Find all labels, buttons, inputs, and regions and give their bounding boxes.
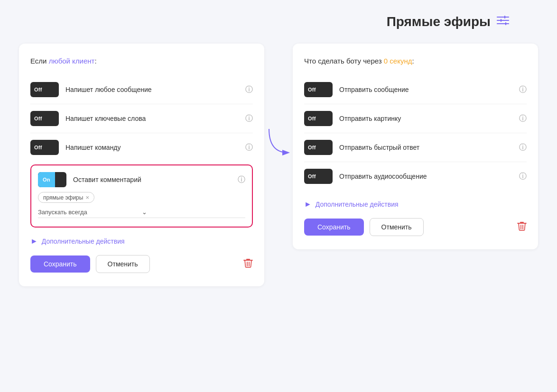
left-row-2: Off Напишет ключевые слова ⓘ	[30, 104, 253, 133]
toggle-right-1[interactable]: Off	[304, 82, 333, 97]
left-row-3: Off Напишет команду ⓘ	[30, 133, 253, 162]
right-rows-container: Off Отправить сообщение ⓘ Off Отправить …	[304, 75, 527, 191]
dropdown-label: Запускать всегда	[38, 209, 142, 216]
arrow-svg	[264, 124, 293, 162]
help-icon-right-3[interactable]: ⓘ	[519, 143, 527, 153]
help-icon-right-2[interactable]: ⓘ	[519, 114, 527, 124]
right-row-4-label: Отправить аудиосообщение	[339, 173, 512, 180]
toggle-right-2-off[interactable]: Off	[304, 111, 320, 126]
right-row-2-label: Отправить картинку	[339, 115, 512, 122]
left-row-4-inner: On Оставит комментарий ⓘ	[38, 172, 245, 187]
left-row-4-label: Оставит комментарий	[73, 176, 231, 183]
toggle-right-2[interactable]: Off	[304, 111, 333, 126]
toggle-left-4-on[interactable]: On	[38, 172, 55, 187]
tag-row: прямые эфиры ×	[38, 192, 245, 203]
left-delete-button[interactable]	[243, 258, 253, 271]
left-row-1-label: Напишет любое сообщение	[65, 86, 239, 93]
help-icon-left-4[interactable]: ⓘ	[238, 175, 245, 185]
left-row-2-label: Напишет ключевые слова	[65, 115, 239, 122]
tag-live: прямые эфиры ×	[38, 192, 94, 203]
page-title: Прямые эфиры	[387, 14, 491, 29]
right-row-1: Off Отправить сообщение ⓘ	[304, 75, 527, 104]
left-row-3-label: Напишет команду	[65, 144, 239, 151]
right-additional-label: Дополнительные действия	[316, 201, 399, 208]
right-cancel-button[interactable]: Отменить	[370, 218, 424, 236]
left-row-1: Off Напишет любое сообщение ⓘ	[30, 75, 253, 104]
right-save-button[interactable]: Сохранить	[304, 219, 364, 236]
toggle-left-3[interactable]: Off	[30, 140, 59, 155]
tag-remove-button[interactable]: ×	[85, 194, 89, 201]
help-icon-left-1[interactable]: ⓘ	[245, 85, 253, 95]
help-icon-right-1[interactable]: ⓘ	[519, 85, 527, 95]
help-icon-left-2[interactable]: ⓘ	[245, 114, 253, 124]
right-row-4: Off Отправить аудиосообщение ⓘ	[304, 162, 527, 191]
left-additional-actions[interactable]: ► Дополнительные действия	[30, 237, 253, 246]
left-cancel-button[interactable]: Отменить	[96, 255, 150, 273]
dropdown-always[interactable]: Запускать всегда ⌄	[38, 209, 245, 218]
right-additional-actions[interactable]: ► Дополнительные действия	[304, 200, 527, 209]
toggle-right-1-off[interactable]: Off	[304, 82, 320, 97]
left-panel-label: Если любой клиент:	[30, 57, 253, 65]
chevron-right-icon-2: ►	[304, 200, 312, 209]
right-row-2: Off Отправить картинку ⓘ	[304, 104, 527, 133]
right-row-3-label: Отправить быстрый ответ	[339, 144, 512, 151]
toggle-left-1-off[interactable]: Off	[30, 82, 46, 97]
help-icon-left-3[interactable]: ⓘ	[245, 143, 253, 153]
toggle-right-4[interactable]: Off	[304, 169, 333, 184]
toggle-right-4-off[interactable]: Off	[304, 169, 320, 184]
help-icon-right-4[interactable]: ⓘ	[519, 172, 527, 182]
toggle-left-2[interactable]: Off	[30, 111, 59, 126]
left-row-4-highlighted: On Оставит комментарий ⓘ прямые эфиры × …	[30, 164, 253, 228]
tag-label: прямые эфиры	[43, 194, 83, 201]
right-delete-button[interactable]	[517, 221, 527, 234]
left-additional-label: Дополнительные действия	[42, 237, 125, 245]
toggle-left-2-off[interactable]: Off	[30, 111, 46, 126]
right-row-3: Off Отправить быстрый ответ ⓘ	[304, 133, 527, 162]
page-header: Прямые эфиры	[19, 14, 538, 29]
left-rows-container: Off Напишет любое сообщение ⓘ Off Напише…	[30, 75, 253, 162]
right-row-1-label: Отправить сообщение	[339, 86, 512, 93]
dropdown-arrow-icon: ⌄	[142, 209, 246, 216]
filter-icon[interactable]	[496, 15, 510, 28]
toggle-left-3-off[interactable]: Off	[30, 140, 46, 155]
left-panel: Если любой клиент: Off Напишет любое соо…	[19, 44, 264, 286]
toggle-right-3[interactable]: Off	[304, 140, 333, 155]
toggle-left-4-off-inactive[interactable]	[55, 172, 63, 187]
right-button-row: Сохранить Отменить	[304, 218, 527, 236]
toggle-left-1[interactable]: Off	[30, 82, 59, 97]
toggle-right-3-off[interactable]: Off	[304, 140, 320, 155]
right-panel: Что сделать боту через 0 секунд: Off Отп…	[293, 44, 538, 249]
chevron-right-icon: ►	[30, 237, 38, 246]
left-save-button[interactable]: Сохранить	[30, 255, 90, 273]
toggle-left-4[interactable]: On	[38, 172, 66, 187]
left-button-row: Сохранить Отменить	[30, 255, 253, 273]
right-panel-label: Что сделать боту через 0 секунд:	[304, 57, 527, 65]
